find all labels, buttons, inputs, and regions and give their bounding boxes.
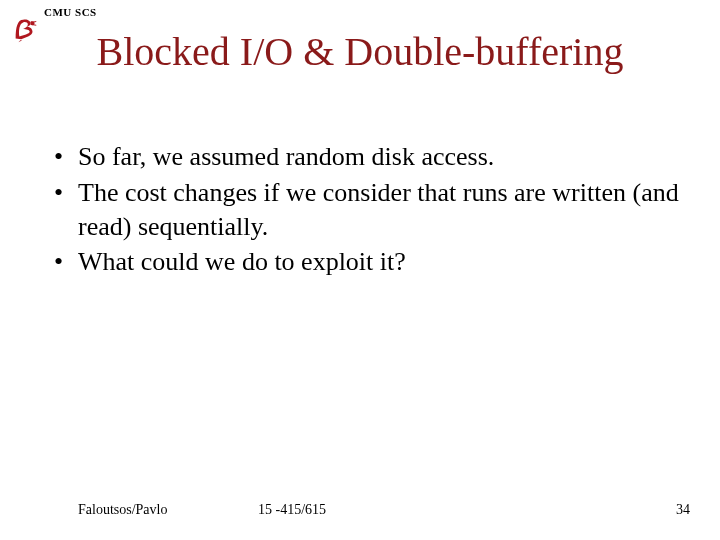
bullet-list: So far, we assumed random disk access. T…	[50, 140, 680, 281]
list-item: What could we do to exploit it?	[50, 245, 680, 279]
footer-authors: Faloutsos/Pavlo	[78, 502, 167, 518]
header-label: CMU SCS	[44, 6, 97, 18]
slide-title: Blocked I/O & Double-buffering	[0, 28, 720, 75]
slide-footer: Faloutsos/Pavlo 15 -415/615 34	[0, 502, 720, 522]
list-item: The cost changes if we consider that run…	[50, 176, 680, 244]
list-item: So far, we assumed random disk access.	[50, 140, 680, 174]
footer-page-number: 34	[676, 502, 690, 518]
footer-course: 15 -415/615	[258, 502, 326, 518]
